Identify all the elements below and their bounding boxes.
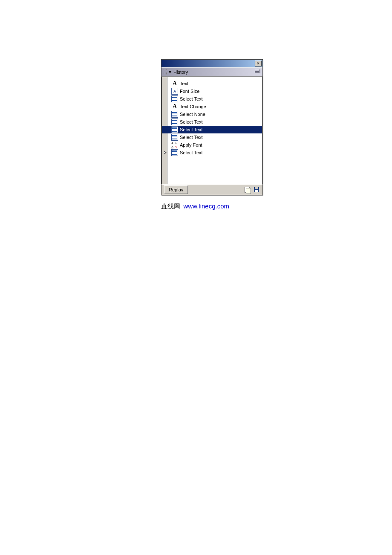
history-item-label: Select Text [180, 119, 203, 124]
replay-button[interactable]: Replay [164, 185, 188, 194]
select-icon [171, 126, 178, 133]
replay-underline: R [169, 187, 172, 192]
caption-link[interactable]: www.linecg.com [184, 202, 230, 210]
select-icon [171, 119, 178, 125]
history-item-label: Select Text [180, 135, 203, 140]
save-icon[interactable] [253, 186, 260, 193]
history-item[interactable]: AFont Size [162, 87, 262, 95]
history-item[interactable]: AText [162, 80, 262, 87]
panel-footer: Replay [161, 184, 262, 195]
select-icon [171, 149, 178, 156]
history-item[interactable]: AAAAApply Font [162, 141, 262, 149]
history-item-label: Select Text [180, 127, 203, 132]
copy-icon[interactable] [244, 186, 251, 193]
apply-font-icon: AAAA [171, 142, 178, 148]
history-list-body: ATextAFont SizeSelect TextAText ChangeSe… [161, 77, 262, 184]
collapse-triangle-icon[interactable] [168, 71, 172, 73]
font-size-icon: A [171, 88, 178, 95]
history-panel: ✕ History ATextAFont SizeSelect TextATex… [161, 59, 263, 195]
history-item-label: Text [180, 81, 188, 86]
history-item[interactable]: Select None [162, 110, 262, 118]
caption-prefix: 直线网 [161, 203, 180, 210]
panel-title: History [173, 69, 188, 75]
text-a-icon: A [171, 103, 178, 110]
history-item[interactable]: Select Text [162, 95, 262, 103]
panel-header[interactable]: History [161, 67, 262, 77]
history-item[interactable]: Select Text [162, 133, 262, 141]
history-item[interactable]: Select Text [162, 126, 262, 133]
grip-icon [163, 69, 167, 75]
current-step-indicator-icon [163, 150, 168, 155]
history-item-label: Font Size [180, 89, 199, 94]
history-item-label: Select None [180, 112, 205, 117]
history-item[interactable]: AText Change [162, 103, 262, 110]
select-icon [171, 111, 178, 118]
history-item-label: Text Change [180, 104, 206, 109]
text-a-icon: A [171, 80, 178, 87]
titlebar: ✕ [161, 60, 262, 67]
select-icon [171, 95, 178, 102]
replay-rest: eplay [172, 187, 183, 192]
panel-menu-icon[interactable] [255, 69, 261, 74]
select-icon [171, 134, 178, 141]
history-item[interactable]: Select Text [162, 118, 262, 126]
history-item-label: Select Text [180, 150, 203, 155]
history-items: ATextAFont SizeSelect TextAText ChangeSe… [162, 77, 262, 156]
close-icon[interactable]: ✕ [255, 61, 262, 66]
history-item-label: Apply Font [180, 142, 202, 147]
history-item-label: Select Text [180, 96, 203, 101]
caption: 直线网 www.linecg.com [161, 202, 229, 211]
history-item[interactable]: Select Text [162, 149, 262, 156]
